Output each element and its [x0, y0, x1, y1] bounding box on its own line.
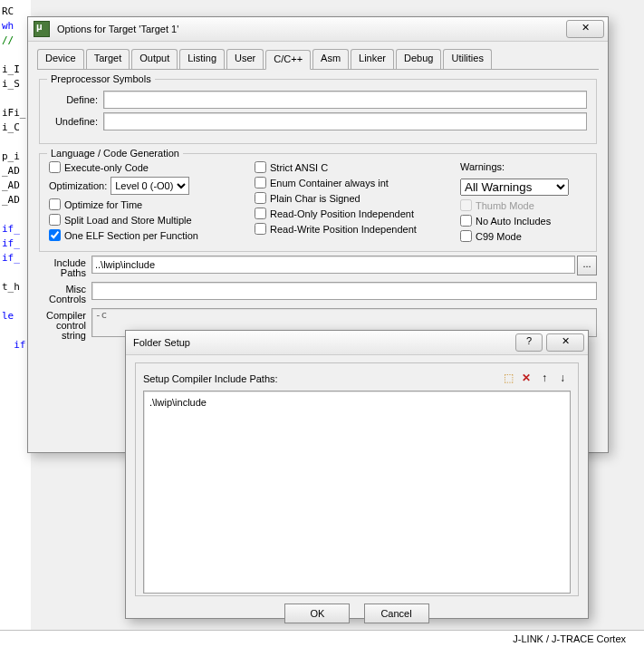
compiler-string-label: Compiler control string: [39, 308, 91, 341]
tab-listing[interactable]: Listing: [179, 49, 225, 69]
status-bar: J-LINK / J-TRACE Cortex: [0, 630, 644, 647]
c99-mode-checkbox[interactable]: C99 Mode: [460, 230, 587, 242]
preprocessor-group: Preprocessor Symbols Define: Undefine:: [39, 79, 597, 144]
list-item[interactable]: .\lwip\include: [149, 397, 564, 408]
code-editor-background: RC wh // i_I i_S iFi_ i_C p_i _AD _AD _A…: [0, 0, 31, 647]
new-path-icon[interactable]: ⬚: [500, 371, 516, 387]
undefine-label: Undefine:: [49, 116, 103, 127]
define-input[interactable]: [103, 91, 587, 109]
warnings-select[interactable]: All Warnings: [460, 179, 569, 196]
help-button[interactable]: ?: [515, 333, 543, 352]
move-down-icon[interactable]: ↓: [554, 371, 571, 387]
include-paths-list[interactable]: .\lwip\include: [143, 391, 571, 594]
titlebar: Options for Target 'Target 1' ✕: [28, 17, 608, 42]
ok-button[interactable]: OK: [284, 604, 350, 623]
misc-controls-label: Misc Controls: [39, 282, 91, 304]
undefine-input[interactable]: [103, 112, 587, 130]
include-paths-list-label: Setup Compiler Include Paths:: [143, 373, 498, 384]
tab-bar: Device Target Output Listing User C/C++ …: [37, 49, 599, 70]
language-group: Language / Code Generation Execute-only …: [39, 153, 597, 252]
folder-setup-dialog: Folder Setup ? ✕ Setup Compiler Include …: [125, 330, 589, 619]
execute-only-checkbox[interactable]: Execute-only Code: [49, 161, 245, 173]
optimization-label: Optimization:: [49, 180, 107, 191]
status-text: J-LINK / J-TRACE Cortex: [513, 633, 626, 644]
warnings-label: Warnings:: [460, 161, 587, 172]
window-title: Options for Target 'Target 1': [55, 24, 566, 34]
delete-path-icon[interactable]: ✕: [518, 371, 534, 387]
split-load-checkbox[interactable]: Split Load and Store Multiple: [49, 214, 245, 226]
strict-ansi-checkbox[interactable]: Strict ANSI C: [255, 161, 451, 173]
tab-debug[interactable]: Debug: [396, 49, 441, 69]
folder-titlebar: Folder Setup ? ✕: [126, 331, 588, 355]
tab-device[interactable]: Device: [37, 49, 84, 69]
move-up-icon[interactable]: ↑: [536, 371, 553, 387]
cancel-button[interactable]: Cancel: [364, 604, 429, 623]
tab-user[interactable]: User: [226, 49, 264, 69]
optimize-time-checkbox[interactable]: Optimize for Time: [49, 198, 245, 210]
thumb-mode-checkbox: Thumb Mode: [460, 199, 587, 211]
folder-setup-title: Folder Setup: [126, 337, 515, 348]
tab-utilities[interactable]: Utilities: [443, 49, 491, 69]
misc-controls-input[interactable]: [91, 282, 597, 300]
app-icon: [34, 21, 50, 37]
tab-output[interactable]: Output: [131, 49, 178, 69]
optimization-select[interactable]: Level 0 (-O0): [111, 177, 189, 195]
tab-linker[interactable]: Linker: [351, 49, 394, 69]
browse-include-button[interactable]: ...: [577, 256, 597, 275]
folder-close-button[interactable]: ✕: [546, 333, 584, 352]
include-paths-label: Include Paths: [39, 256, 91, 278]
tab-target[interactable]: Target: [86, 49, 130, 69]
ro-pi-checkbox[interactable]: Read-Only Position Independent: [255, 208, 451, 219]
tab-cpp[interactable]: C/C++: [265, 50, 311, 70]
rw-pi-checkbox[interactable]: Read-Write Position Independent: [255, 223, 451, 235]
one-elf-checkbox[interactable]: One ELF Section per Function: [49, 229, 245, 241]
preprocessor-legend: Preprocessor Symbols: [47, 73, 155, 84]
language-legend: Language / Code Generation: [47, 148, 183, 159]
define-label: Define:: [49, 94, 103, 105]
close-button[interactable]: ✕: [566, 20, 604, 38]
include-paths-input[interactable]: [91, 256, 575, 274]
enum-int-checkbox[interactable]: Enum Container always int: [255, 177, 451, 188]
plain-char-checkbox[interactable]: Plain Char is Signed: [255, 192, 451, 204]
tab-asm[interactable]: Asm: [312, 49, 349, 69]
no-auto-includes-checkbox[interactable]: No Auto Includes: [460, 215, 587, 227]
